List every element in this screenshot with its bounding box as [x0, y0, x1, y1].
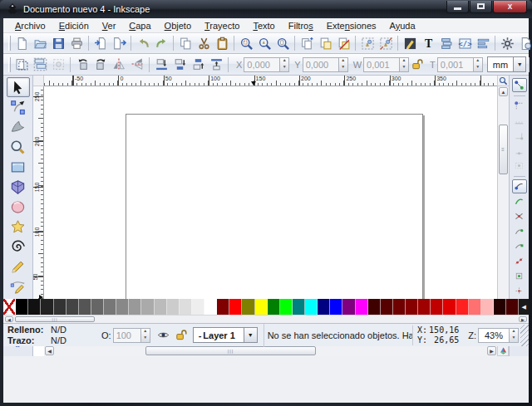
- menu-archivo[interactable]: Archivo: [8, 20, 52, 32]
- close-button[interactable]: x: [493, 1, 527, 13]
- print-button[interactable]: [67, 34, 86, 52]
- snap-paths-button[interactable]: [512, 194, 527, 208]
- raise-to-top-button[interactable]: [207, 56, 225, 74]
- snap-object-centers-button[interactable]: [512, 269, 527, 283]
- save-document-button[interactable]: [49, 34, 67, 52]
- create-clone-button[interactable]: [316, 34, 334, 52]
- duplicate-button[interactable]: [298, 34, 316, 52]
- fill-stroke-indicator[interactable]: Relleno: N/D Trazo: N/D: [3, 324, 96, 347]
- zoom-drawing-button[interactable]: [255, 34, 273, 52]
- swatch-6f0000[interactable]: [393, 299, 406, 315]
- maximize-button[interactable]: [470, 1, 492, 13]
- horizontal-scrollbar-thumb[interactable]: |||: [145, 346, 316, 355]
- tweak-tool-button[interactable]: [7, 117, 30, 137]
- snap-smooth-nodes-button[interactable]: [512, 239, 527, 253]
- cut-button[interactable]: [195, 34, 213, 52]
- fill-stroke-dialog-button[interactable]: [401, 34, 419, 52]
- swatch-777777[interactable]: [104, 299, 116, 315]
- palette-shift-left-button[interactable]: ◀: [519, 299, 529, 315]
- box3d-tool-button[interactable]: [7, 177, 30, 197]
- rotate-ccw-button[interactable]: [73, 56, 91, 74]
- inkscape-preferences-button[interactable]: [498, 34, 516, 52]
- swatch-cccccc[interactable]: [167, 299, 180, 315]
- lower-to-bottom-button[interactable]: [152, 56, 170, 74]
- star-tool-button[interactable]: [7, 217, 30, 237]
- text-dialog-button[interactable]: T: [419, 34, 437, 52]
- rectangle-tool-button[interactable]: [7, 157, 30, 177]
- swatch-000000[interactable]: [16, 299, 28, 315]
- toolbar-grip[interactable]: [8, 36, 11, 51]
- swatch-0000ff[interactable]: [330, 299, 342, 315]
- x-field[interactable]: [244, 57, 280, 72]
- swatch-9f0000[interactable]: [418, 299, 431, 315]
- swatch-570000[interactable]: [381, 299, 393, 315]
- swatch-808000[interactable]: [242, 299, 254, 315]
- swatch-dddddd[interactable]: [180, 299, 192, 315]
- height-field-spinner[interactable]: ▲▼: [474, 57, 483, 72]
- raise-object-button[interactable]: [189, 56, 207, 74]
- menu-texto[interactable]: Texto: [246, 20, 281, 32]
- swatch-008000[interactable]: [268, 299, 280, 315]
- layers-dialog-button[interactable]: [437, 34, 456, 52]
- swatch-111111[interactable]: [28, 299, 41, 315]
- minimize-button[interactable]: [446, 1, 469, 13]
- swatch-eeeeee[interactable]: [192, 299, 204, 315]
- palette-scrollbar[interactable]: ◀ ||| ▶: [3, 315, 529, 323]
- flip-vertical-button[interactable]: [128, 56, 146, 74]
- open-document-button[interactable]: [31, 34, 49, 52]
- swatch-ff7070[interactable]: [469, 299, 481, 315]
- swatch-ffb8b8[interactable]: [481, 299, 494, 315]
- lower-object-button[interactable]: [170, 56, 189, 74]
- unlink-clone-button[interactable]: [334, 34, 352, 52]
- scroll-right-button[interactable]: ▶: [487, 346, 496, 355]
- pencil-tool-button[interactable]: [7, 257, 30, 276]
- opacity-field[interactable]: [113, 328, 141, 343]
- zoom-selection-button[interactable]: [237, 34, 255, 52]
- swatch-ff00ff[interactable]: [356, 299, 368, 315]
- swatch-888888[interactable]: [116, 299, 129, 315]
- swatch-800000[interactable]: [217, 299, 229, 315]
- zoom-spinner[interactable]: ▲▼: [510, 328, 519, 343]
- titlebar[interactable]: Documento nuevo 4 - Inkscape x: [0, 0, 532, 18]
- y-field-spinner[interactable]: ▲▼: [339, 57, 348, 72]
- swatch-240000[interactable]: [494, 299, 506, 315]
- layer-selector[interactable]: -Layer 1 ▼: [193, 327, 258, 343]
- swatch-c00000[interactable]: [431, 299, 443, 315]
- x-field-spinner[interactable]: ▲▼: [280, 57, 289, 72]
- swatch-ff0000[interactable]: [229, 299, 242, 315]
- swatch-870000[interactable]: [406, 299, 418, 315]
- swatch-00ff00[interactable]: [280, 299, 293, 315]
- select-all-layers-button[interactable]: [31, 56, 49, 74]
- swatch-e00000[interactable]: [443, 299, 456, 315]
- swatch-4a0000[interactable]: [506, 299, 519, 315]
- swatch-444444[interactable]: [66, 299, 79, 315]
- resize-grip[interactable]: [520, 325, 529, 346]
- horizontal-ruler[interactable]: -50050100150200250300350: [44, 76, 497, 86]
- sticky-zoom-button[interactable]: [497, 76, 509, 86]
- pen-tool-button[interactable]: [7, 276, 30, 296]
- snap-nodes-button[interactable]: [512, 179, 527, 193]
- zoom-page-button[interactable]: [273, 34, 292, 52]
- swatch-000080[interactable]: [318, 299, 330, 315]
- layer-dropdown-icon[interactable]: ▼: [244, 327, 258, 343]
- unit-dropdown-icon[interactable]: ▼: [514, 56, 526, 72]
- snap-cusp-nodes-button[interactable]: [512, 224, 527, 238]
- spiral-tool-button[interactable]: [7, 237, 30, 257]
- flip-horizontal-button[interactable]: [110, 56, 128, 74]
- swatch-aaaaaa[interactable]: [141, 299, 154, 315]
- new-document-button[interactable]: [12, 34, 31, 52]
- swatch-222222[interactable]: [41, 299, 53, 315]
- node-tool-button[interactable]: [7, 97, 30, 117]
- export-document-button[interactable]: [110, 34, 128, 52]
- height-field[interactable]: [437, 57, 474, 72]
- undo-button[interactable]: [134, 34, 152, 52]
- swatch-ffffff[interactable]: [204, 299, 217, 315]
- swatch-ffff00[interactable]: [255, 299, 268, 315]
- snap-bbox-button[interactable]: [512, 99, 527, 113]
- width-field[interactable]: [363, 57, 400, 72]
- copy-button[interactable]: [176, 34, 195, 52]
- palette-scroll-right[interactable]: ▶: [519, 316, 527, 322]
- color-management-button[interactable]: [497, 345, 509, 356]
- ungroup-objects-button[interactable]: [377, 34, 395, 52]
- swatch-00ffff[interactable]: [305, 299, 318, 315]
